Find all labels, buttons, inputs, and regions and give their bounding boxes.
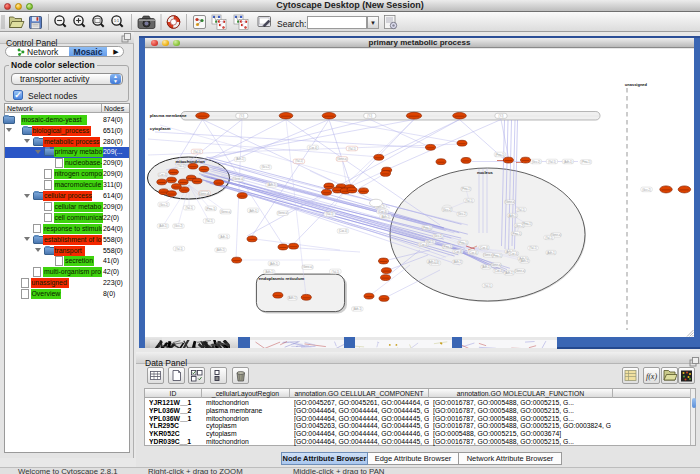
svg-text:(Pma-1): (Pma-1) [461, 187, 471, 191]
svg-text:(Adh-1): (Adh-1) [547, 251, 556, 255]
svg-text:(Adh-1): (Adh-1) [453, 260, 462, 264]
svg-text:(Adh-1): (Adh-1) [249, 209, 258, 213]
svg-text:(Pma-1): (Pma-1) [443, 245, 453, 249]
svg-text:(Yal-1): (Yal-1) [177, 164, 185, 168]
svg-text:(Cox-4): (Cox-4) [158, 173, 167, 177]
svg-text:(Y-l): (Y-l) [498, 114, 503, 118]
svg-text:(Gene-a): (Gene-a) [277, 211, 288, 215]
svg-text:(Yal-1): (Yal-1) [295, 159, 303, 163]
svg-text:(Adh-1): (Adh-1) [236, 157, 245, 161]
svg-text:(Adh-1): (Adh-1) [520, 259, 529, 263]
svg-text:(Gcv-2): (Gcv-2) [515, 224, 524, 228]
svg-text:(Gene-a): (Gene-a) [220, 210, 231, 214]
svg-text:(Gene-a): (Gene-a) [199, 192, 210, 196]
svg-text:(Pma-1): (Pma-1) [422, 226, 432, 230]
svg-text:(Cox-4): (Cox-4) [469, 251, 478, 255]
svg-text:(Gcv-2): (Gcv-2) [458, 212, 467, 216]
svg-text:(Gene-a): (Gene-a) [491, 263, 502, 267]
svg-text:(Yal-1): (Yal-1) [548, 160, 556, 164]
svg-text:(Yal-1): (Yal-1) [517, 208, 525, 212]
svg-text:(Yal-1): (Yal-1) [205, 219, 213, 223]
svg-text:nucleus: nucleus [477, 170, 493, 175]
svg-text:(Adh-1): (Adh-1) [508, 214, 517, 218]
svg-text:(Yal-1): (Yal-1) [529, 246, 537, 250]
svg-text:(Gene-a): (Gene-a) [233, 177, 244, 181]
svg-text:(Adh-1): (Adh-1) [428, 260, 437, 264]
svg-text:(Gene-a): (Gene-a) [302, 265, 313, 269]
svg-text:(Yal-1): (Yal-1) [465, 199, 473, 203]
svg-text:(Adh-1): (Adh-1) [564, 160, 573, 164]
svg-text:(Gene-a): (Gene-a) [337, 157, 348, 161]
svg-text:(Gcv-2): (Gcv-2) [532, 160, 541, 164]
svg-text:(Gcv-2): (Gcv-2) [159, 203, 168, 207]
svg-text:(Adh-1): (Adh-1) [353, 307, 362, 311]
svg-text:endoplasmic reticulum: endoplasmic reticulum [259, 276, 305, 281]
svg-text:(Pma-1): (Pma-1) [458, 241, 468, 245]
svg-text:(Pma-1): (Pma-1) [581, 160, 591, 164]
svg-text:(Adh-1): (Adh-1) [216, 248, 225, 252]
svg-text:(Gcv-2): (Gcv-2) [642, 188, 651, 192]
svg-text:(Adh-1): (Adh-1) [288, 296, 297, 300]
svg-text:(Adh-1): (Adh-1) [381, 215, 390, 219]
svg-text:(Cox-4): (Cox-4) [378, 210, 387, 214]
svg-text:(Pma-1): (Pma-1) [206, 207, 216, 211]
svg-text:(Yal-1): (Yal-1) [193, 150, 201, 154]
svg-text:(Yal-1): (Yal-1) [175, 247, 183, 251]
svg-text:(Adh-1): (Adh-1) [505, 271, 514, 275]
svg-text:(Yal-1): (Yal-1) [545, 236, 553, 240]
svg-text:(Yal-1): (Yal-1) [484, 284, 492, 288]
svg-text:(Cox-4): (Cox-4) [339, 229, 348, 233]
svg-text:(Pma-1): (Pma-1) [512, 232, 522, 236]
svg-text:(Cox-4): (Cox-4) [419, 243, 428, 247]
svg-text:(Yal-1): (Yal-1) [348, 147, 356, 151]
svg-text:(Cox-4): (Cox-4) [494, 269, 503, 273]
svg-text:(Cox-4): (Cox-4) [309, 146, 318, 150]
svg-text:plasma membrane: plasma membrane [150, 113, 187, 118]
svg-text:(Gcv-2): (Gcv-2) [174, 224, 183, 228]
svg-text:(Gcv-2): (Gcv-2) [434, 234, 443, 238]
svg-text:(Gcv-2): (Gcv-2) [261, 165, 270, 169]
svg-text:(Cox-4): (Cox-4) [509, 252, 518, 256]
svg-text:(Y-l): (Y-l) [367, 114, 372, 118]
svg-text:(Adh-1): (Adh-1) [267, 183, 276, 187]
svg-text:(Adh-1): (Adh-1) [159, 224, 168, 228]
svg-text:(Adh-1): (Adh-1) [269, 262, 278, 266]
svg-text:(Yal-1): (Yal-1) [332, 270, 340, 274]
svg-text:cytoplasm: cytoplasm [150, 126, 171, 131]
svg-text:(Adh-1): (Adh-1) [265, 270, 274, 274]
svg-text:(Pma-1): (Pma-1) [492, 254, 502, 258]
svg-text:(Gene-a): (Gene-a) [515, 269, 526, 273]
svg-text:(Yal-1): (Yal-1) [185, 206, 193, 210]
svg-text:(Cox-4): (Cox-4) [454, 250, 463, 254]
svg-text:(Yal-1): (Yal-1) [326, 212, 334, 216]
svg-text:1:1: 1:1 [114, 19, 119, 23]
svg-text:(Gene-a): (Gene-a) [505, 200, 516, 204]
svg-text:(Adh-1): (Adh-1) [220, 235, 229, 239]
svg-text:(Adh-1): (Adh-1) [482, 265, 491, 269]
svg-text:(Pma-1): (Pma-1) [495, 153, 505, 157]
svg-text:(Cox-4): (Cox-4) [480, 246, 489, 250]
svg-text:(Y-l): (Y-l) [239, 114, 244, 118]
svg-text:unassigned: unassigned [625, 82, 648, 87]
svg-text:f(x): f(x) [646, 372, 657, 381]
